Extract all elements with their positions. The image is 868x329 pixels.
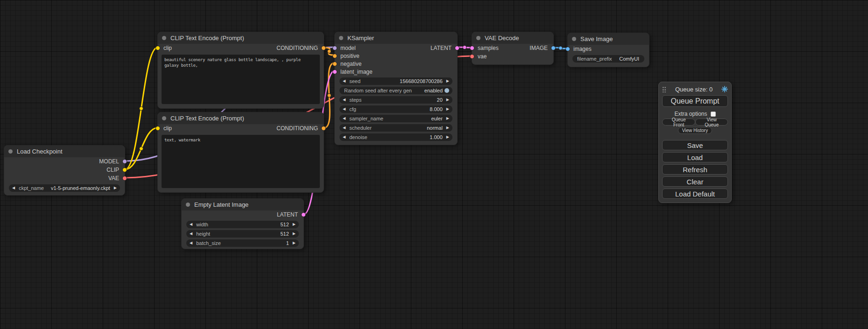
conditioning-output-label: CONDITIONING: [276, 45, 318, 51]
vae-input-port[interactable]: [470, 54, 474, 59]
view-queue-button[interactable]: View Queue: [695, 119, 728, 126]
node-save-image[interactable]: Save Image images filename_prefix ComfyU…: [567, 33, 649, 67]
prev-value-arrow-icon[interactable]: ◀: [12, 186, 15, 190]
conditioning-output-port[interactable]: [321, 126, 326, 131]
filename-prefix-widget[interactable]: filename_prefix ComfyUI: [572, 55, 644, 63]
decrement-arrow-icon[interactable]: ◀: [190, 241, 192, 245]
increment-arrow-icon[interactable]: ▶: [293, 232, 296, 236]
node-titlebar[interactable]: VAE Decode: [472, 32, 553, 44]
latent-link-midpoint-dot[interactable]: [463, 46, 466, 49]
sampler-name-widget[interactable]: ◀ sampler_name euler ▶: [339, 115, 452, 122]
node-titlebar[interactable]: Save Image: [568, 33, 649, 45]
collapse-icon[interactable]: [186, 203, 190, 207]
conditioning-link-midpoint-dot[interactable]: [327, 94, 331, 98]
clear-button[interactable]: Clear: [662, 176, 728, 187]
vae-output-port[interactable]: [122, 176, 127, 181]
extra-options-checkbox[interactable]: [711, 112, 716, 117]
steps-widget[interactable]: ◀ steps 20 ▶: [339, 96, 452, 104]
seed-widget[interactable]: ◀ seed 156680208700286 ▶: [339, 77, 452, 85]
widget-label: height: [196, 231, 210, 237]
latent-output-port[interactable]: [455, 46, 459, 50]
collapse-icon[interactable]: [8, 149, 13, 154]
conditioning-output-port[interactable]: [321, 46, 326, 50]
collapse-icon[interactable]: [162, 116, 166, 120]
refresh-button[interactable]: Refresh: [662, 164, 728, 175]
node-titlebar[interactable]: Load Checkpoint: [4, 146, 125, 157]
samples-input-port[interactable]: [470, 46, 474, 50]
load-default-button[interactable]: Load Default: [662, 189, 728, 199]
clip-input-port[interactable]: [155, 126, 160, 131]
node-titlebar[interactable]: Empty Latent Image: [182, 199, 303, 210]
collapse-icon[interactable]: [476, 36, 480, 40]
decrement-arrow-icon[interactable]: ◀: [190, 223, 192, 226]
increment-arrow-icon[interactable]: ▶: [446, 107, 449, 111]
decrement-arrow-icon[interactable]: ◀: [343, 107, 346, 111]
node-ksampler[interactable]: KSampler model LATENT positive negative …: [334, 32, 458, 145]
queue-front-button[interactable]: Queue Front: [662, 119, 695, 126]
decrement-arrow-icon[interactable]: ◀: [190, 232, 192, 236]
random-seed-widget[interactable]: Random seed after every gen enabled: [339, 87, 452, 94]
prompt-textarea[interactable]: beautiful scenery nature glass bottle la…: [162, 55, 320, 104]
image-link-midpoint-dot[interactable]: [559, 46, 563, 50]
decrement-arrow-icon[interactable]: ◀: [343, 98, 346, 102]
images-input-port[interactable]: [565, 47, 570, 51]
clip-input-port[interactable]: [155, 46, 160, 50]
node-titlebar[interactable]: CLIP Text Encode (Prompt): [158, 32, 324, 44]
height-widget[interactable]: ◀ height 512 ▶: [186, 230, 299, 238]
batch-size-widget[interactable]: ◀ batch_size 1 ▶: [186, 239, 299, 247]
latent-output-port[interactable]: [301, 212, 306, 217]
increment-arrow-icon[interactable]: ▶: [293, 241, 296, 245]
image-output-port[interactable]: [551, 46, 556, 50]
prev-value-arrow-icon[interactable]: ◀: [343, 126, 346, 130]
collapse-icon[interactable]: [339, 36, 343, 40]
slot-row: CLIP: [4, 166, 125, 174]
comfy-menu-panel[interactable]: Queue size: 0 Queue Prompt Extra options: [658, 82, 732, 203]
node-titlebar[interactable]: KSampler: [335, 32, 457, 44]
widget-value: 512: [280, 231, 289, 237]
width-widget[interactable]: ◀ width 512 ▶: [186, 221, 299, 228]
next-value-arrow-icon[interactable]: ▶: [446, 126, 449, 130]
collapse-icon[interactable]: [572, 37, 576, 41]
queue-prompt-button[interactable]: Queue Prompt: [662, 95, 728, 107]
node-titlebar[interactable]: CLIP Text Encode (Prompt): [158, 112, 324, 124]
positive-input-port[interactable]: [332, 54, 337, 58]
node-clip-text-encode-positive[interactable]: CLIP Text Encode (Prompt) clip CONDITION…: [157, 32, 324, 109]
positive-input-label: positive: [340, 53, 360, 59]
next-value-arrow-icon[interactable]: ▶: [114, 186, 117, 190]
cfg-widget[interactable]: ◀ cfg 8.000 ▶: [339, 105, 452, 113]
model-input-port[interactable]: [332, 46, 337, 50]
denoise-widget[interactable]: ◀ denoise 1.000 ▶: [339, 133, 452, 141]
prev-value-arrow-icon[interactable]: ◀: [343, 117, 346, 120]
toggle-knob-icon[interactable]: [445, 88, 449, 93]
decrement-arrow-icon[interactable]: ◀: [343, 135, 346, 139]
settings-gear-icon[interactable]: [721, 86, 728, 92]
scheduler-widget[interactable]: ◀ scheduler normal ▶: [339, 124, 452, 132]
view-history-button[interactable]: View History: [678, 127, 712, 134]
node-clip-text-encode-negative[interactable]: CLIP Text Encode (Prompt) clip CONDITION…: [157, 112, 324, 193]
save-button[interactable]: Save: [662, 140, 728, 150]
increment-arrow-icon[interactable]: ▶: [446, 98, 449, 102]
negative-input-port[interactable]: [332, 62, 337, 66]
node-graph-canvas[interactable]: Load Checkpoint MODEL CLIP VAE ◀ ckpt_na…: [0, 0, 868, 329]
clip-link-midpoint-dot[interactable]: [140, 107, 143, 111]
node-load-checkpoint[interactable]: Load Checkpoint MODEL CLIP VAE ◀ ckpt_na…: [4, 145, 125, 196]
load-button[interactable]: Load: [662, 152, 728, 162]
slot-row: negative: [335, 60, 457, 68]
node-empty-latent-image[interactable]: Empty Latent Image LATENT ◀ width 512 ▶ …: [181, 198, 304, 249]
increment-arrow-icon[interactable]: ▶: [446, 79, 449, 83]
latent-image-input-port[interactable]: [332, 70, 337, 74]
increment-arrow-icon[interactable]: ▶: [293, 223, 296, 226]
increment-arrow-icon[interactable]: ▶: [446, 135, 449, 139]
conditioning-link-midpoint-dot[interactable]: [327, 49, 331, 53]
decrement-arrow-icon[interactable]: ◀: [343, 79, 346, 83]
extra-options-row: Extra options: [662, 111, 728, 117]
clip-link-midpoint-dot[interactable]: [140, 147, 143, 151]
node-vae-decode[interactable]: VAE Decode samples IMAGE vae: [472, 32, 554, 65]
prompt-textarea[interactable]: text, watermark: [162, 135, 320, 188]
next-value-arrow-icon[interactable]: ▶: [446, 117, 449, 120]
clip-output-port[interactable]: [122, 168, 127, 172]
drag-handle-icon[interactable]: [662, 86, 666, 92]
ckpt-name-widget[interactable]: ◀ ckpt_name v1-5-pruned-emaonly.ckpt ▶: [9, 184, 120, 192]
collapse-icon[interactable]: [162, 36, 166, 40]
model-output-port[interactable]: [122, 159, 127, 164]
